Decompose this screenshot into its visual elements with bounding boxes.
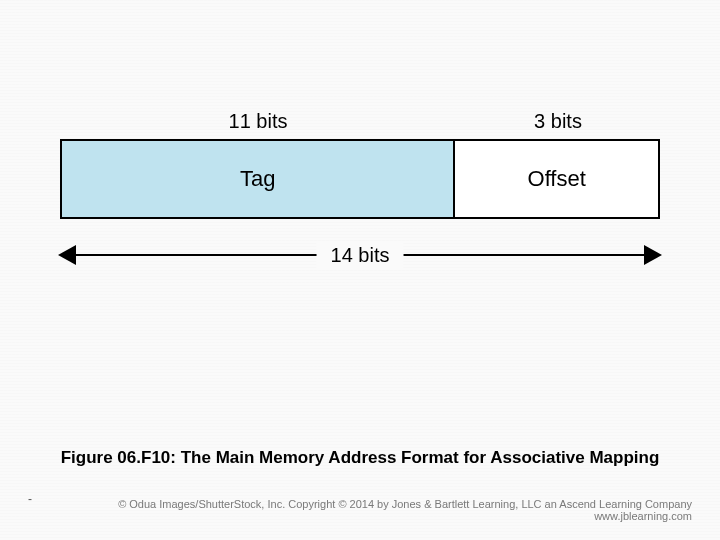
arrow-left-icon	[58, 245, 76, 265]
address-format-diagram: 11 bits 3 bits Tag Offset 14 bits	[60, 110, 660, 269]
tag-field: Tag	[62, 141, 455, 217]
tag-bits-label: 11 bits	[60, 110, 456, 133]
copyright-text: © Odua Images/ShutterStock, Inc. Copyrig…	[118, 498, 692, 510]
footer: © Odua Images/ShutterStock, Inc. Copyrig…	[118, 498, 692, 522]
offset-field: Offset	[455, 141, 658, 217]
bit-width-labels: 11 bits 3 bits	[60, 110, 660, 133]
arrow-right-icon	[644, 245, 662, 265]
figure-caption: Figure 06.F10: The Main Memory Address F…	[0, 448, 720, 468]
footer-url: www.jblearning.com	[118, 510, 692, 522]
slide-stage: 11 bits 3 bits Tag Offset 14 bits Figure…	[0, 0, 720, 540]
address-fields-box: Tag Offset	[60, 139, 660, 219]
total-bits-row: 14 bits	[60, 241, 660, 269]
bullet-dash: -	[28, 492, 32, 506]
offset-bits-label: 3 bits	[456, 110, 660, 133]
total-bits-label: 14 bits	[317, 241, 404, 269]
